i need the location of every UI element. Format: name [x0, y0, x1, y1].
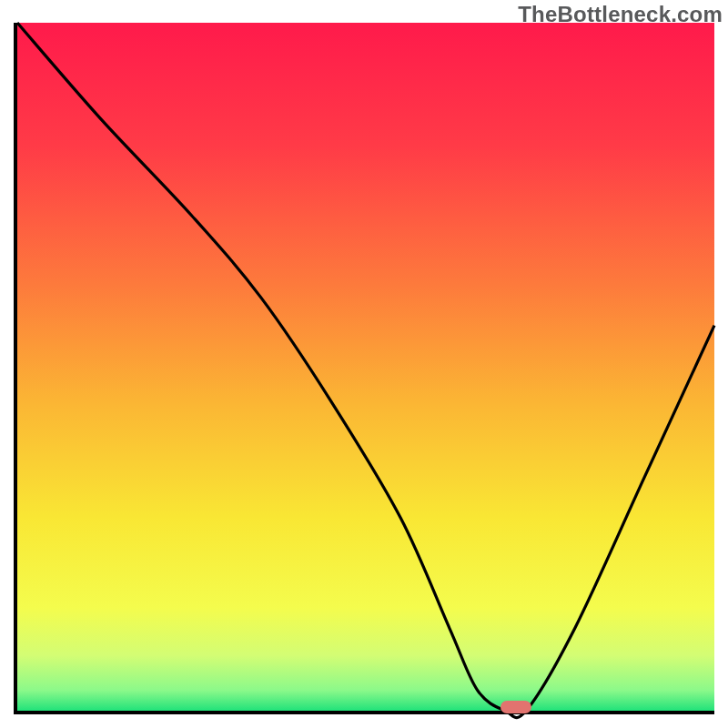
chart-canvas: TheBottleneck.com — [0, 0, 728, 728]
plot-area — [14, 23, 714, 714]
bottleneck-curve — [17, 23, 714, 711]
optimal-marker — [500, 701, 531, 713]
